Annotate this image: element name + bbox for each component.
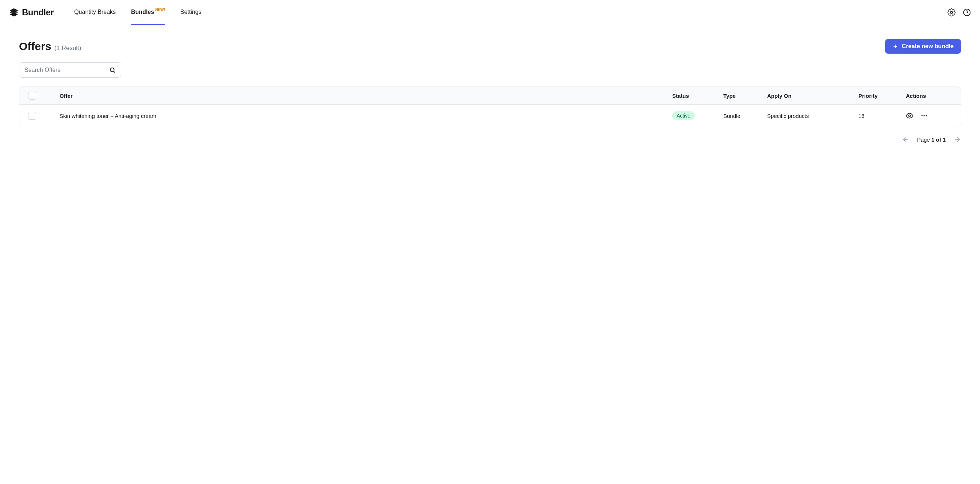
prev-page-button[interactable] bbox=[902, 136, 909, 143]
page-total: 1 bbox=[943, 136, 946, 143]
view-button[interactable] bbox=[906, 112, 913, 119]
page-title-group: Offers (1 Result) bbox=[19, 40, 81, 52]
svg-point-7 bbox=[909, 115, 911, 117]
svg-point-0 bbox=[950, 11, 953, 14]
topbar-right bbox=[947, 8, 971, 17]
topbar: Bundler Quantity Breaks Bundles NEW! Set… bbox=[0, 0, 980, 25]
nav-item-bundles[interactable]: Bundles NEW! bbox=[131, 0, 165, 25]
logo-text: Bundler bbox=[22, 7, 54, 17]
more-horizontal-icon bbox=[921, 112, 928, 119]
help-button[interactable] bbox=[963, 8, 971, 17]
table-cell-offer[interactable]: Skin whitening toner + Anti-aging cream bbox=[41, 105, 668, 127]
page-header: Offers (1 Result) Create new bundle bbox=[19, 39, 961, 54]
select-all-checkbox[interactable] bbox=[28, 92, 36, 100]
table-cell-actions bbox=[902, 105, 961, 127]
table-row: Skin whitening toner + Anti-aging cream … bbox=[19, 105, 961, 127]
nav-badge-new: NEW! bbox=[155, 8, 165, 12]
nav-item-quantity-breaks[interactable]: Quantity Breaks bbox=[74, 0, 116, 25]
page-result-count: (1 Result) bbox=[54, 44, 81, 51]
next-page-button[interactable] bbox=[954, 136, 961, 143]
table-header-checkbox bbox=[19, 87, 41, 105]
arrow-right-icon bbox=[954, 136, 961, 143]
offers-table-container: Offer Status Type Apply On Priority Acti… bbox=[19, 87, 961, 127]
table-header-actions: Actions bbox=[902, 87, 961, 105]
nav-label: Settings bbox=[180, 9, 202, 15]
plus-icon bbox=[892, 43, 898, 49]
table-header-offer[interactable]: Offer bbox=[41, 87, 668, 105]
page-label-prefix: Page bbox=[917, 136, 930, 143]
svg-point-5 bbox=[110, 68, 114, 72]
nav-label: Quantity Breaks bbox=[74, 9, 116, 15]
table-cell-apply-on: Specific products bbox=[764, 105, 855, 127]
table-header-row: Offer Status Type Apply On Priority Acti… bbox=[19, 87, 961, 105]
table-header-type[interactable]: Type bbox=[720, 87, 764, 105]
svg-point-10 bbox=[926, 115, 927, 116]
nav-item-settings[interactable]: Settings bbox=[180, 0, 202, 25]
status-badge: Active bbox=[672, 111, 695, 120]
more-actions-button[interactable] bbox=[921, 112, 928, 119]
table-cell-status: Active bbox=[668, 105, 720, 127]
offers-table: Offer Status Type Apply On Priority Acti… bbox=[19, 87, 961, 127]
create-bundle-button[interactable]: Create new bundle bbox=[885, 39, 961, 54]
search-icon bbox=[109, 67, 116, 73]
page-current: 1 bbox=[931, 136, 934, 143]
arrow-left-icon bbox=[902, 136, 909, 143]
eye-icon bbox=[906, 112, 913, 119]
main-content: Offers (1 Result) Create new bundle bbox=[0, 25, 980, 157]
svg-line-6 bbox=[113, 71, 115, 73]
page-title: Offers bbox=[19, 40, 51, 52]
row-checkbox[interactable] bbox=[28, 112, 36, 120]
main-nav: Quantity Breaks Bundles NEW! Settings bbox=[74, 0, 201, 25]
help-icon bbox=[963, 8, 971, 16]
svg-point-9 bbox=[923, 115, 924, 116]
gear-icon bbox=[948, 8, 956, 16]
page-of: of bbox=[936, 136, 941, 143]
pagination: Page 1 of 1 bbox=[19, 136, 961, 143]
create-button-label: Create new bundle bbox=[902, 43, 954, 50]
table-header-priority[interactable]: Priority bbox=[855, 87, 902, 105]
nav-label: Bundles bbox=[131, 9, 154, 15]
logo[interactable]: Bundler bbox=[9, 7, 54, 17]
table-cell-checkbox bbox=[19, 105, 41, 127]
logo-stack-icon bbox=[9, 8, 19, 17]
table-header-status[interactable]: Status bbox=[668, 87, 720, 105]
table-cell-type: Bundle bbox=[720, 105, 764, 127]
settings-button[interactable] bbox=[947, 8, 956, 17]
topbar-left: Bundler Quantity Breaks Bundles NEW! Set… bbox=[9, 0, 202, 25]
search-box[interactable] bbox=[19, 62, 121, 78]
svg-point-8 bbox=[921, 115, 923, 116]
table-cell-priority: 16 bbox=[855, 105, 902, 127]
page-indicator: Page 1 of 1 bbox=[917, 136, 946, 143]
table-header-apply-on[interactable]: Apply On bbox=[764, 87, 855, 105]
search-input[interactable] bbox=[24, 67, 109, 73]
